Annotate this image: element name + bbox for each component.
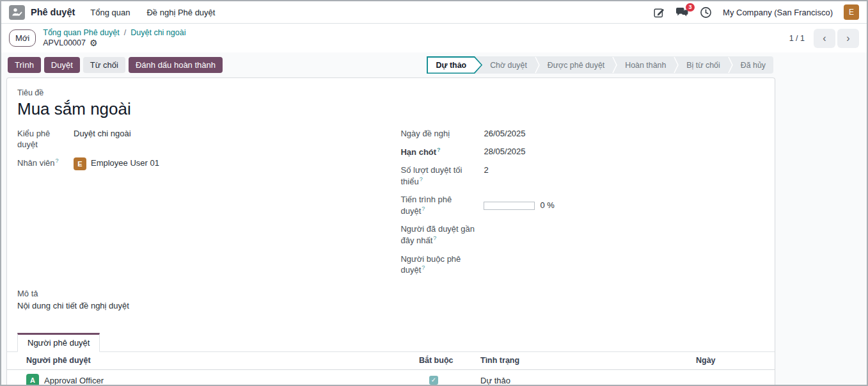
field-value[interactable]: 26/05/2025: [484, 129, 525, 140]
mark-done-button[interactable]: Đánh dấu hoàn thành: [129, 57, 223, 73]
date-cell: [696, 369, 775, 386]
help-icon: ?: [422, 264, 425, 271]
activities-icon[interactable]: [700, 6, 712, 19]
person-check-icon: [12, 8, 22, 17]
help-icon: ?: [420, 176, 423, 182]
pencil-square-icon: [654, 7, 665, 18]
pager-next-button[interactable]: ›: [837, 29, 859, 48]
table-row[interactable]: AApproval Officer ✓ Dự thảo: [7, 369, 775, 386]
field-label: Người buộc phê duyệt?: [400, 254, 484, 277]
notebook-tabs: Người phê duyệt: [7, 333, 775, 352]
field-employee: Nhân viên? E Employee User 01: [17, 157, 390, 170]
employee-avatar: E: [74, 157, 86, 170]
status-cell: Dự thảo: [480, 369, 696, 386]
field-approval-type: Kiểu phê duyệt Duyệt chi ngoài: [17, 129, 390, 150]
column-status[interactable]: Tình trạng: [480, 352, 696, 370]
field-label: Ngày đề nghị: [400, 129, 484, 140]
title-field-label: Tiêu đề: [17, 88, 764, 97]
column-date[interactable]: Ngày: [696, 352, 775, 370]
field-label: Số lượt duyệt tối thiểu?: [400, 165, 484, 188]
progress-bar: [484, 202, 535, 210]
field-grid: Kiểu phê duyệt Duyệt chi ngoài Nhân viên…: [17, 129, 764, 284]
field-last-approver: Người đã duyệt gần đây nhất?: [400, 224, 764, 246]
field-label: Tiến trình phê duyệt?: [400, 195, 484, 217]
field-value: 0 %: [484, 195, 554, 217]
description-label: Mô tả: [17, 289, 764, 298]
description-content[interactable]: Nội dung chi tiết đề nghị duyệt: [17, 301, 764, 310]
description-section: Mô tả Nội dung chi tiết đề nghị duyệt: [17, 289, 764, 310]
table-header-row: Người phê duyệt Bắt buộc Tình trạng Ngày: [7, 352, 775, 370]
step-separator: [728, 56, 733, 74]
record-reference: APVL00007: [43, 38, 86, 49]
clock-icon: [700, 6, 712, 19]
field-approval-progress: Tiến trình phê duyệt? 0 %: [400, 195, 764, 217]
menu-overview[interactable]: Tổng quan: [90, 8, 130, 17]
help-icon: ?: [56, 157, 59, 164]
help-icon: ?: [433, 235, 436, 241]
submit-button[interactable]: Trình: [8, 57, 41, 73]
compose-icon[interactable]: [654, 7, 665, 18]
top-navbar: Phê duyệt Tổng quan Đề nghị Phê duyệt 3: [1, 1, 867, 24]
app-title: Phê duyệt: [31, 7, 75, 17]
status-step-cancelled[interactable]: Đã hủy: [733, 56, 773, 74]
pager-count: 1 / 1: [789, 34, 805, 43]
field-label: Hạn chót?: [400, 147, 484, 158]
company-selector[interactable]: My Company (San Francisco): [723, 8, 833, 17]
record-title[interactable]: Mua sắm ngoài: [17, 99, 764, 119]
column-required[interactable]: Bắt buộc: [419, 352, 480, 370]
action-buttons: Trình Duyệt Từ chối Đánh dấu hoàn thành: [8, 57, 223, 73]
refuse-button[interactable]: Từ chối: [83, 57, 125, 73]
field-value[interactable]: 2: [484, 165, 488, 188]
step-separator: [674, 56, 679, 74]
messages-badge: 3: [686, 3, 695, 12]
field-deadline: Hạn chót? 28/05/2025: [400, 147, 764, 158]
required-checkbox[interactable]: ✓: [429, 376, 438, 385]
gear-icon[interactable]: ⚙: [90, 38, 98, 47]
control-panel: Mới Tổng quan Phê duyệt / Duyệt chi ngoà…: [1, 24, 867, 52]
step-separator: [612, 56, 617, 74]
app-window: Phê duyệt Tổng quan Đề nghị Phê duyệt 3: [0, 0, 868, 386]
messages-icon[interactable]: 3: [675, 7, 689, 18]
field-label: Nhân viên?: [17, 157, 74, 170]
approver-cell[interactable]: AApproval Officer: [7, 374, 419, 386]
field-label: Kiểu phê duyệt: [17, 129, 74, 150]
user-avatar[interactable]: E: [844, 4, 859, 20]
approvals-app-icon[interactable]: [9, 5, 25, 20]
breadcrumb: Tổng quan Phê duyệt / Duyệt chi ngoài AP…: [43, 28, 185, 48]
menu-approval-requests[interactable]: Đề nghị Phê duyệt: [146, 8, 215, 17]
step-separator: [535, 56, 540, 74]
status-step-approved[interactable]: Được phê duyệt: [540, 56, 612, 74]
status-step-draft[interactable]: Dự thảo: [427, 56, 482, 74]
status-step-refused[interactable]: Bị từ chối: [679, 56, 727, 74]
field-min-approvals: Số lượt duyệt tối thiểu? 2: [400, 165, 764, 188]
approve-button[interactable]: Duyệt: [44, 57, 80, 73]
field-request-date: Ngày đề nghị 26/05/2025: [400, 129, 764, 140]
status-step-done[interactable]: Hoàn thành: [617, 56, 674, 74]
approvers-table: Người phê duyệt Bắt buộc Tình trạng Ngày…: [7, 352, 775, 386]
tab-approvers[interactable]: Người phê duyệt: [17, 333, 100, 352]
field-forced-approver: Người buộc phê duyệt?: [400, 254, 764, 277]
progress-value: 0 %: [540, 200, 554, 211]
breadcrumb-link-type[interactable]: Duyệt chi ngoài: [130, 28, 185, 38]
field-value[interactable]: E Employee User 01: [74, 157, 159, 170]
pager-previous-button[interactable]: ‹: [814, 29, 835, 48]
form-sheet: Tiêu đề Mua sắm ngoài Kiểu phê duyệt Duy…: [6, 77, 775, 386]
breadcrumb-separator: /: [124, 28, 126, 38]
status-step-pending[interactable]: Chờ duyệt: [482, 56, 535, 74]
record-pager: ‹ ›: [814, 29, 859, 48]
approver-avatar: A: [26, 374, 39, 386]
help-icon: ?: [437, 147, 441, 153]
help-icon: ?: [422, 205, 425, 212]
breadcrumb-link-overview[interactable]: Tổng quan Phê duyệt: [43, 28, 120, 38]
field-value[interactable]: 28/05/2025: [484, 147, 525, 158]
statusbar: Dự thảo Chờ duyệt Được phê duyệt Hoàn th…: [427, 56, 773, 74]
column-approver[interactable]: Người phê duyệt: [7, 352, 419, 370]
field-value[interactable]: Duyệt chi ngoài: [74, 129, 131, 150]
field-label: Người đã duyệt gần đây nhất?: [400, 224, 484, 246]
new-button[interactable]: Mới: [9, 29, 36, 47]
action-row: Trình Duyệt Từ chối Đánh dấu hoàn thành …: [1, 52, 867, 77]
